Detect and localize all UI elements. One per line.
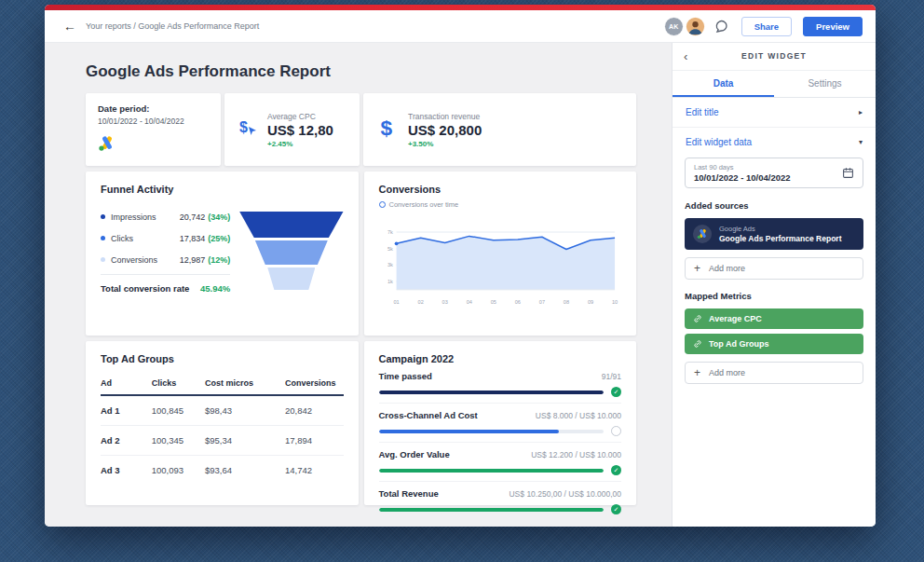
dollar-click-icon: $ — [237, 117, 259, 143]
ad-groups-table: Ad Clicks Cost micros Conversions Ad 1 1… — [101, 372, 344, 485]
panel-tabs: Data Settings — [673, 71, 876, 98]
add-metric-button[interactable]: + Add more — [685, 362, 863, 384]
top-ad-groups-widget[interactable]: Top Ad Groups Ad Clicks Cost micros Conv… — [86, 341, 359, 505]
avatar-user[interactable] — [686, 17, 705, 36]
svg-text:02: 02 — [417, 299, 423, 305]
tab-data[interactable]: Data — [673, 71, 774, 97]
date-period-range: 10/01/2022 - 10/04/2022 — [98, 117, 209, 126]
source-card[interactable]: Google Ads Google Ads Performance Report — [685, 218, 863, 250]
column-header: Conversions — [285, 372, 344, 395]
metric-value: US$ 20,800 — [408, 122, 482, 138]
svg-text:05: 05 — [490, 299, 496, 305]
plus-icon: + — [694, 368, 700, 377]
funnel-legend: Impressions 20,742(34%) Clicks 17,834(25… — [101, 206, 230, 294]
column-header: Cost micros — [205, 372, 285, 395]
svg-text:$: $ — [380, 116, 392, 140]
svg-text:5k: 5k — [387, 246, 392, 252]
svg-text:07: 07 — [538, 299, 544, 305]
svg-text:08: 08 — [563, 299, 568, 305]
mapped-metrics-label: Mapped Metrics — [685, 291, 863, 301]
add-source-button[interactable]: + Add more — [685, 257, 863, 280]
dollar-icon: $ — [375, 116, 400, 144]
progress-fill — [379, 391, 605, 394]
svg-text:04: 04 — [466, 299, 471, 305]
back-button[interactable]: ← — [58, 19, 86, 34]
total-conversion-rate: Total conversion rate 45.94% — [101, 274, 230, 294]
link-icon — [693, 314, 702, 323]
source-platform: Google Ads — [719, 225, 841, 233]
progress-row-order-value: Avg. Order Value US$ 12.200 / US$ 10.000… — [379, 443, 622, 482]
edit-widget-panel: ‹ EDIT WIDGET Data Settings Edit title ▸… — [672, 42, 876, 527]
svg-text:$: $ — [239, 119, 248, 135]
progress-track — [379, 469, 605, 473]
panel-header: ‹ EDIT WIDGET — [673, 42, 876, 71]
funnel-chart — [239, 206, 343, 294]
tab-settings[interactable]: Settings — [774, 71, 876, 97]
page-title: Google Ads Performance Report — [86, 62, 636, 81]
plus-icon: + — [694, 264, 700, 273]
svg-text:7k: 7k — [387, 229, 392, 235]
report-canvas: Google Ads Performance Report Date perio… — [45, 42, 673, 527]
date-preset: Last 90 days — [694, 163, 791, 171]
google-ads-logo-icon — [693, 225, 712, 243]
average-cpc-card[interactable]: $ Average CPC US$ 12,80 +2.45% — [224, 93, 360, 166]
topbar-actions: AK Share Preview — [664, 17, 863, 36]
progress-row-total-revenue: Total Revenue US$ 10.250,00 / US$ 10.000… — [379, 482, 622, 520]
comments-icon[interactable] — [713, 18, 730, 35]
campaign-widget[interactable]: Campaign 2022 Time passed 91/91 ✓ Cross-… — [364, 341, 637, 505]
status-pending-icon — [611, 426, 621, 436]
metric-label: Transaction revenue — [408, 112, 482, 121]
metric-value: US$ 12,80 — [267, 122, 333, 138]
app-window: ← Your reports / Google Ads Performance … — [45, 5, 876, 527]
metric-pill-top-ad-groups[interactable]: Top Ad Groups — [685, 334, 863, 354]
progress-track — [379, 508, 605, 512]
kpi-row: Date period: 10/01/2022 - 10/04/2022 $ — [86, 93, 636, 166]
svg-text:1k: 1k — [387, 279, 392, 284]
legend-row: Clicks 17,834(25%) — [101, 227, 230, 249]
legend-row: Conversions 12,987(12%) — [101, 249, 230, 270]
svg-text:3k: 3k — [387, 262, 392, 267]
share-button[interactable]: Share — [741, 17, 792, 36]
svg-text:03: 03 — [442, 299, 447, 305]
progress-fill — [379, 430, 559, 433]
panel-title: EDIT WIDGET — [741, 51, 807, 61]
widget-title: Funnel Activity — [101, 184, 344, 195]
person-icon — [686, 18, 704, 35]
link-icon — [693, 339, 702, 349]
progress-fill — [379, 508, 605, 512]
chevron-right-icon: ▸ — [859, 108, 863, 117]
edit-title-row[interactable]: Edit title ▸ — [673, 98, 876, 128]
bullet-icon — [101, 214, 105, 219]
progress-row-ad-cost: Cross-Channel Ad Cost US$ 8.000 / US$ 10… — [379, 404, 622, 443]
conversions-chart-svg: 7k5k3k1k01020304050607080910 — [379, 211, 622, 315]
edit-widget-data-row[interactable]: Edit widget data ▾ — [673, 128, 876, 157]
avatar-initials[interactable]: AK — [664, 17, 684, 36]
conversions-widget[interactable]: Conversions Conversions over time 7k5k3k… — [364, 171, 637, 336]
date-period-label: Date period: — [98, 103, 209, 114]
date-period-card[interactable]: Date period: 10/01/2022 - 10/04/2022 — [86, 93, 221, 166]
status-check-icon: ✓ — [611, 504, 621, 514]
preview-button[interactable]: Preview — [803, 17, 863, 36]
funnel-segment — [255, 240, 328, 265]
transaction-revenue-card[interactable]: $ Transaction revenue US$ 20,800 +3.50% — [363, 93, 636, 166]
breadcrumb[interactable]: Your reports / Google Ads Performance Re… — [86, 21, 259, 31]
widget-title: Conversions — [379, 184, 622, 195]
widget-title: Campaign 2022 — [379, 353, 622, 364]
calendar-icon — [842, 167, 854, 179]
svg-text:10: 10 — [611, 299, 617, 305]
column-header: Ad — [101, 372, 152, 395]
metric-delta: +2.45% — [267, 140, 333, 148]
date-range-value: 10/01/2022 - 10/04/2022 — [694, 172, 791, 183]
metric-pill-average-cpc[interactable]: Average CPC — [685, 308, 863, 329]
status-check-icon: ✓ — [611, 465, 621, 475]
topbar: ← Your reports / Google Ads Performance … — [45, 10, 876, 43]
chart-legend: Conversions over time — [379, 200, 622, 209]
chevron-left-icon[interactable]: ‹ — [684, 49, 689, 63]
chevron-down-icon: ▾ — [859, 138, 863, 146]
funnel-activity-widget[interactable]: Funnel Activity Impressions 20,742(34%) … — [86, 171, 359, 336]
metric-label: Average CPC — [267, 112, 333, 121]
date-range-picker[interactable]: Last 90 days 10/01/2022 - 10/04/2022 — [685, 158, 863, 188]
bullet-icon — [101, 257, 105, 262]
bullet-icon — [101, 236, 105, 240]
funnel-segment — [267, 267, 315, 290]
